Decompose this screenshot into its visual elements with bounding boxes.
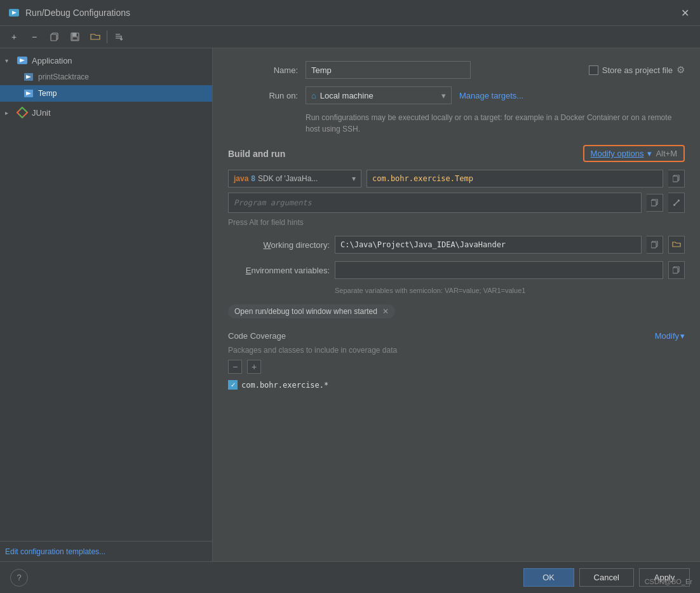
- run-debug-dialog: Run/Debug Configurations ✕ + −: [0, 0, 700, 593]
- coverage-item-row: ✓ com.bohr.exercise.*: [228, 379, 685, 391]
- manage-targets-link[interactable]: Manage targets...: [459, 91, 523, 100]
- svg-rect-20: [673, 176, 678, 182]
- sdk-number: 8: [251, 174, 255, 183]
- svg-rect-6: [72, 37, 77, 40]
- open-debug-tag-label: Open run/debug tool window when started: [234, 307, 377, 316]
- store-project-checkbox[interactable]: [589, 65, 598, 75]
- svg-rect-25: [651, 242, 656, 248]
- env-vars-copy-btn[interactable]: [668, 261, 685, 279]
- config-icon-2: [23, 88, 34, 99]
- remove-button[interactable]: −: [25, 29, 43, 45]
- env-hint: Separate variables with semicolon: VAR=v…: [335, 287, 685, 294]
- svg-rect-22: [651, 200, 656, 206]
- code-coverage-title: Code Coverage: [228, 331, 286, 341]
- coverage-section: Code Coverage Modify ▾ Packages and clas…: [228, 331, 685, 391]
- sidebar-item-label-1: printStacktrace: [38, 72, 89, 81]
- help-button[interactable]: ?: [10, 569, 28, 587]
- name-row: Name: Store as project file ⚙: [228, 61, 685, 79]
- modify-label: Modify: [655, 331, 679, 341]
- modify-dropdown-icon: ▾: [680, 331, 685, 341]
- sidebar-footer: Edit configuration templates...: [0, 541, 212, 561]
- working-dir-input[interactable]: C:\Java\Project\Java_IDEA\JavaHander: [335, 236, 642, 254]
- program-args-placeholder: Program arguments: [234, 198, 312, 207]
- sidebar-item-label-2: Temp: [38, 89, 57, 98]
- gear-icon[interactable]: ⚙: [676, 64, 685, 76]
- sdk-dropdown[interactable]: java 8 SDK of 'JavaHa... ▾: [228, 170, 361, 187]
- program-args-input[interactable]: Program arguments: [228, 193, 642, 213]
- application-group-label: Application: [32, 56, 72, 65]
- store-project-label: Store as project file: [602, 65, 673, 75]
- junit-group-label: JUnit: [32, 108, 51, 118]
- sort-button[interactable]: [110, 29, 128, 45]
- hint-text: Press Alt for field hints: [228, 218, 685, 227]
- working-dir-label: Working directory:: [228, 240, 330, 250]
- coverage-add-btn[interactable]: +: [247, 360, 261, 374]
- info-text: Run configurations may be executed local…: [306, 112, 685, 135]
- build-run-section-header: Build and run Modify options ▾ Alt+M: [228, 145, 685, 162]
- dialog-icon: [8, 6, 20, 19]
- store-project-area: Store as project file ⚙: [589, 64, 685, 76]
- add-button[interactable]: +: [5, 29, 23, 45]
- svg-marker-18: [17, 107, 27, 118]
- svg-line-23: [674, 200, 679, 205]
- application-group[interactable]: ▾ Application: [0, 52, 212, 69]
- toolbar-divider: [107, 31, 107, 43]
- dropdown-arrow-icon: ▾: [441, 91, 446, 100]
- env-vars-input[interactable]: [335, 261, 663, 279]
- dialog-title: Run/Debug Configurations: [25, 8, 130, 18]
- toolbar: + −: [0, 26, 700, 48]
- args-expand-btn[interactable]: [668, 193, 685, 213]
- coverage-remove-btn[interactable]: −: [228, 360, 242, 374]
- build-run-title: Build and run: [228, 149, 285, 159]
- run-on-dropdown[interactable]: ⌂ Local machine ▾: [306, 86, 452, 104]
- coverage-header: Code Coverage Modify ▾: [228, 331, 685, 341]
- title-bar: Run/Debug Configurations ✕: [0, 0, 700, 26]
- name-label: Name:: [228, 65, 298, 75]
- env-vars-label: Environment variables:: [228, 266, 330, 275]
- coverage-item-checkbox[interactable]: ✓: [228, 380, 238, 390]
- working-dir-copy-btn[interactable]: [647, 236, 663, 254]
- main-class-input[interactable]: com.bohr.exercise.Temp: [367, 170, 663, 187]
- sidebar-item-temp[interactable]: Temp: [0, 85, 212, 102]
- modify-options-arrow-icon: ▾: [647, 149, 652, 158]
- main-class-value: com.bohr.exercise.Temp: [372, 174, 473, 183]
- run-on-label: Run on:: [228, 91, 298, 100]
- args-copy-btn[interactable]: [647, 194, 663, 212]
- edit-templates-link[interactable]: Edit configuration templates...: [5, 547, 105, 556]
- tags-area: Open run/debug tool window when started …: [228, 304, 685, 318]
- working-dir-browse-btn[interactable]: [668, 236, 685, 254]
- junit-expand-arrow[interactable]: ▸: [5, 109, 13, 116]
- bottom-buttons: OK Cancel Apply: [523, 568, 690, 587]
- program-args-row: Program arguments: [228, 193, 685, 213]
- copy-button[interactable]: [46, 29, 64, 45]
- coverage-item-text: com.bohr.exercise.*: [241, 381, 328, 390]
- junit-icon: [17, 107, 28, 118]
- env-vars-row: Environment variables:: [228, 261, 685, 279]
- cancel-button[interactable]: Cancel: [579, 568, 634, 587]
- working-dir-row: Working directory: C:\Java\Project\Java_…: [228, 236, 685, 254]
- sdk-dropdown-arrow-icon: ▾: [352, 174, 356, 183]
- sidebar-item-printstacktrace[interactable]: printStacktrace: [0, 69, 212, 85]
- modify-coverage-link[interactable]: Modify ▾: [655, 331, 685, 341]
- svg-marker-17: [17, 107, 27, 118]
- tag-close-btn[interactable]: ✕: [382, 307, 389, 316]
- save-button[interactable]: [66, 29, 84, 45]
- svg-rect-27: [673, 268, 678, 273]
- name-input[interactable]: [306, 61, 471, 79]
- home-icon: ⌂: [311, 91, 316, 100]
- sdk-row: java 8 SDK of 'JavaHa... ▾ com.bohr.exer…: [228, 170, 685, 187]
- close-button[interactable]: ✕: [677, 5, 692, 20]
- apply-button[interactable]: Apply: [639, 568, 690, 587]
- main-area: ▾ Application printStacktrace: [0, 48, 700, 561]
- application-group-icon: [17, 55, 28, 66]
- folder-button[interactable]: [86, 29, 104, 45]
- modify-options-button[interactable]: Modify options ▾ Alt+M: [583, 145, 685, 162]
- junit-group[interactable]: ▸ JUnit: [0, 104, 212, 121]
- application-expand-arrow[interactable]: ▾: [5, 57, 13, 64]
- open-debug-tag: Open run/debug tool window when started …: [228, 304, 395, 318]
- main-class-copy-btn[interactable]: [668, 170, 685, 187]
- run-on-row: Run on: ⌂ Local machine ▾ Manage targets…: [228, 86, 685, 104]
- ok-button[interactable]: OK: [523, 568, 574, 587]
- svg-rect-5: [72, 33, 76, 36]
- modify-options-shortcut: Alt+M: [656, 149, 677, 158]
